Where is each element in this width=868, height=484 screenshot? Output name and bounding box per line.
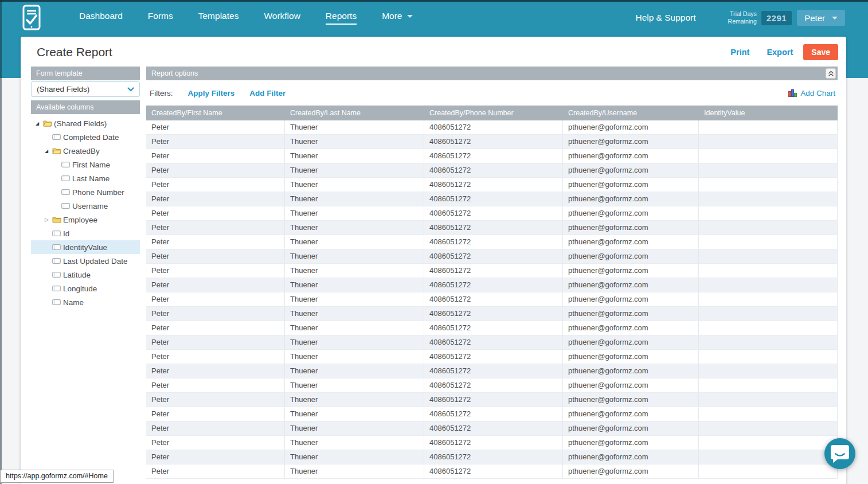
tree-expanded-arrow-icon[interactable]: ◢ xyxy=(36,121,43,126)
report-table-header: CreatedBy/First NameCreatedBy/Last NameC… xyxy=(146,106,838,120)
add-chart-button[interactable]: Add Chart xyxy=(788,80,835,106)
table-cell: pthuener@goformz.com xyxy=(563,292,699,306)
table-cell: Thuener xyxy=(285,292,424,306)
table-cell: 4086051272 xyxy=(424,235,563,249)
add-chart-label: Add Chart xyxy=(800,89,835,97)
table-cell: Thuener xyxy=(285,364,424,378)
table-cell: pthuener@goformz.com xyxy=(563,321,699,335)
table-cell: 4086051272 xyxy=(424,249,563,263)
tree-item-name[interactable]: Name xyxy=(31,295,140,309)
main-nav: DashboardFormsTemplatesWorkflowReportsMo… xyxy=(79,11,413,25)
tree-item-createdby[interactable]: ◢CreatedBy xyxy=(31,144,140,158)
tree-item-label: First Name xyxy=(72,161,110,169)
nav-item-dashboard[interactable]: Dashboard xyxy=(79,11,123,25)
save-button[interactable]: Save xyxy=(803,44,838,60)
table-cell: 4086051272 xyxy=(424,393,563,407)
window-edge-left xyxy=(0,0,2,484)
field-icon xyxy=(52,286,63,291)
tree-item-shared-fields[interactable]: ◢(Shared Fields) xyxy=(31,116,140,130)
print-button[interactable]: Print xyxy=(730,48,749,57)
column-header-createdby-last-name[interactable]: CreatedBy/Last Name xyxy=(285,106,424,120)
tree-item-latitude[interactable]: Latitude xyxy=(31,268,140,282)
table-cell xyxy=(699,249,838,263)
table-cell: pthuener@goformz.com xyxy=(563,465,699,478)
table-cell: Thuener xyxy=(285,163,424,177)
table-row: PeterThuener4086051272pthuener@goformz.c… xyxy=(146,206,838,221)
double-chevron-up-icon[interactable] xyxy=(826,68,836,79)
tree-item-phone-number[interactable]: Phone Number xyxy=(31,185,140,199)
user-menu-button[interactable]: Peter xyxy=(797,10,845,26)
help-support-link[interactable]: Help & Support xyxy=(635,13,695,23)
field-icon xyxy=(52,244,63,250)
nav-item-label: Workflow xyxy=(264,11,300,21)
nav-item-forms[interactable]: Forms xyxy=(148,11,173,25)
table-row: PeterThuener4086051272pthuener@goformz.c… xyxy=(146,120,838,135)
tree-item-username[interactable]: Username xyxy=(31,199,140,213)
table-cell: 4086051272 xyxy=(424,192,563,206)
tree-item-identityvalue[interactable]: IdentityValue xyxy=(31,240,140,254)
tree-item-longitude[interactable]: Longitude xyxy=(31,282,140,295)
table-cell: pthuener@goformz.com xyxy=(563,192,699,206)
table-cell: pthuener@goformz.com xyxy=(563,350,699,364)
tree-item-id[interactable]: Id xyxy=(31,227,140,240)
table-cell: 4086051272 xyxy=(424,221,563,235)
panel-actions: Print Export Save xyxy=(713,44,838,60)
table-cell: pthuener@goformz.com xyxy=(563,335,699,349)
table-cell: Peter xyxy=(146,378,285,392)
form-template-select[interactable]: (Shared Fields) xyxy=(31,81,140,97)
export-button[interactable]: Export xyxy=(767,48,793,57)
goformz-logo-icon[interactable] xyxy=(22,5,41,31)
nav-item-templates[interactable]: Templates xyxy=(198,11,239,25)
status-bar-url: https://app.goformz.com/#Home xyxy=(0,470,114,483)
tree-item-employee[interactable]: ▷Employee xyxy=(31,213,140,227)
tree-expanded-arrow-icon[interactable]: ◢ xyxy=(45,149,52,154)
table-row: PeterThuener4086051272pthuener@goformz.c… xyxy=(146,335,838,350)
table-cell: Thuener xyxy=(285,393,424,407)
table-row: PeterThuener4086051272pthuener@goformz.c… xyxy=(146,364,838,378)
page-title: Create Report xyxy=(37,45,112,59)
tree-item-label: Phone Number xyxy=(72,188,124,197)
nav-item-reports[interactable]: Reports xyxy=(326,11,357,25)
column-header-identityvalue[interactable]: IdentityValue xyxy=(699,106,838,120)
tree-item-completed-date[interactable]: Completed Date xyxy=(31,130,140,144)
tree-item-last-name[interactable]: Last Name xyxy=(31,171,140,185)
table-cell: Peter xyxy=(146,335,285,349)
column-header-createdby-phone-number[interactable]: CreatedBy/Phone Number xyxy=(424,106,563,120)
table-cell: pthuener@goformz.com xyxy=(563,149,699,163)
table-cell xyxy=(699,378,838,392)
table-row: PeterThuener4086051272pthuener@goformz.c… xyxy=(146,378,838,393)
tree-collapsed-arrow-icon[interactable]: ▷ xyxy=(45,217,52,223)
nav-item-label: Forms xyxy=(148,11,173,21)
table-cell: 4086051272 xyxy=(424,307,563,321)
tree-item-last-updated-date[interactable]: Last Updated Date xyxy=(31,254,140,268)
filters-label: Filters: xyxy=(150,89,173,97)
nav-item-more[interactable]: More xyxy=(382,11,413,25)
table-cell: Thuener xyxy=(285,465,424,478)
add-filter-button[interactable]: Add Filter xyxy=(249,89,286,97)
table-row: PeterThuener4086051272pthuener@goformz.c… xyxy=(146,393,838,407)
chat-launcher-button[interactable] xyxy=(824,438,855,469)
table-cell: 4086051272 xyxy=(424,364,563,378)
apply-filters-button[interactable]: Apply Filters xyxy=(188,89,235,97)
table-row: PeterThuener4086051272pthuener@goformz.c… xyxy=(146,321,838,335)
table-cell: Thuener xyxy=(285,178,424,192)
table-cell xyxy=(699,407,838,421)
tree-item-first-name[interactable]: First Name xyxy=(31,158,140,171)
table-cell xyxy=(699,264,838,278)
column-header-createdby-username[interactable]: CreatedBy/Username xyxy=(563,106,699,120)
column-header-createdby-first-name[interactable]: CreatedBy/First Name xyxy=(146,106,285,120)
table-cell: Peter xyxy=(146,206,285,220)
table-cell xyxy=(699,465,838,478)
table-cell xyxy=(699,192,838,206)
table-cell: pthuener@goformz.com xyxy=(563,421,699,435)
table-cell: Thuener xyxy=(285,335,424,349)
nav-item-workflow[interactable]: Workflow xyxy=(264,11,300,25)
table-cell: pthuener@goformz.com xyxy=(563,135,699,149)
tree-item-label: Id xyxy=(63,229,69,238)
columns-tree: ◢(Shared Fields)Completed Date◢CreatedBy… xyxy=(31,116,140,309)
table-cell: pthuener@goformz.com xyxy=(563,178,699,192)
trial-days-label: Trial Days Remaining xyxy=(728,10,757,25)
table-cell: 4086051272 xyxy=(424,264,563,278)
table-cell: Thuener xyxy=(285,278,424,292)
table-cell: pthuener@goformz.com xyxy=(563,163,699,177)
